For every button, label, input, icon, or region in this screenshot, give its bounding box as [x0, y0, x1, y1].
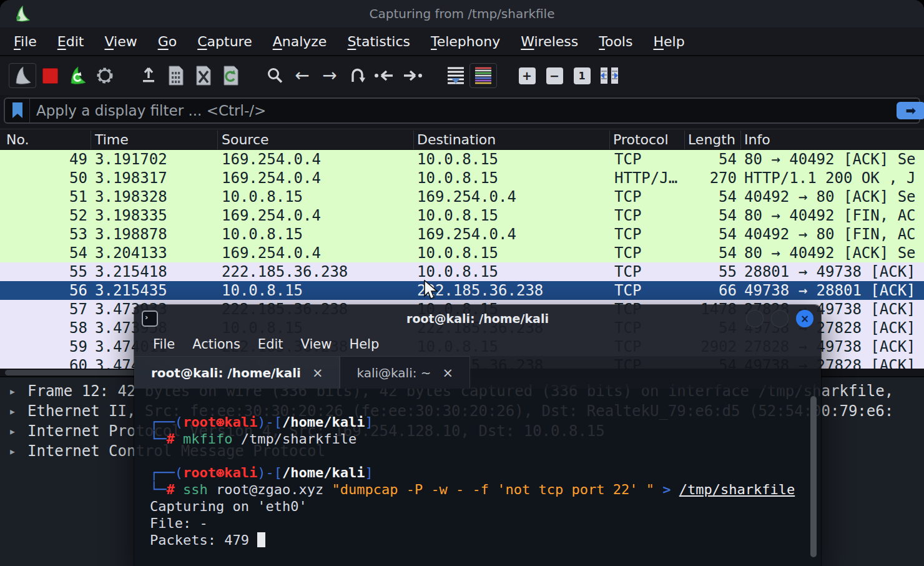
- column-header-time[interactable]: Time: [95, 132, 129, 147]
- bookmark-icon[interactable]: [5, 99, 30, 122]
- cell-no: 51: [0, 187, 87, 206]
- restart-capture-icon[interactable]: [64, 63, 91, 88]
- menu-tools[interactable]: Tools: [599, 34, 632, 49]
- go-back-icon[interactable]: ←: [288, 63, 316, 88]
- tab-close-icon[interactable]: ×: [312, 365, 323, 380]
- capture-options-icon[interactable]: [91, 63, 119, 88]
- packet-row-55[interactable]: 553.215418222.185.36.23810.0.8.15TCP5528…: [0, 262, 924, 281]
- column-header-protocol[interactable]: Protocol: [613, 132, 669, 147]
- terminal-text: [175, 431, 183, 447]
- go-first-packet-icon[interactable]: [371, 63, 398, 88]
- colorize-icon[interactable]: [469, 63, 497, 88]
- auto-scroll-icon[interactable]: [442, 63, 469, 88]
- packet-row-49[interactable]: 493.191702169.254.0.410.0.8.15TCP5480 → …: [0, 150, 924, 169]
- stop-capture-icon[interactable]: [36, 63, 64, 88]
- menu-statistics[interactable]: Statistics: [347, 34, 410, 49]
- reload-file-icon[interactable]: [217, 63, 245, 88]
- terminal-menu-file[interactable]: File: [153, 337, 175, 352]
- terminal-scrollbar-thumb[interactable]: [810, 396, 817, 557]
- save-file-icon[interactable]: [162, 63, 190, 88]
- terminal-text: └─: [150, 431, 167, 447]
- packet-row-51[interactable]: 513.19832810.0.8.15169.254.0.4TCP5440492…: [0, 187, 924, 206]
- menu-telephony[interactable]: Telephony: [431, 34, 500, 49]
- packet-row-50[interactable]: 503.198317169.254.0.410.0.8.15HTTP/J…270…: [0, 169, 924, 187]
- go-forward-icon[interactable]: →: [316, 63, 343, 88]
- zoom-out-icon[interactable]: −: [541, 63, 568, 88]
- go-to-packet-icon[interactable]: [343, 63, 371, 88]
- terminal-tab-active[interactable]: root@kali: /home/kali×: [134, 356, 340, 389]
- find-packet-icon[interactable]: [261, 63, 288, 88]
- cell-protocol: TCP: [614, 187, 641, 206]
- start-capture-icon[interactable]: [9, 63, 36, 88]
- column-separator[interactable]: [413, 131, 414, 149]
- terminal-text: /home/kali: [282, 414, 365, 430]
- terminal-menu-actions[interactable]: Actions: [192, 337, 240, 352]
- cell-info: 80 → 40492 [ACK] Se: [744, 150, 916, 169]
- expand-arrow-icon[interactable]: ▸: [9, 441, 16, 461]
- cell-no: 56: [0, 281, 87, 300]
- wireshark-menubar: FileEditViewGoCaptureAnalyzeStatisticsTe…: [0, 27, 924, 56]
- maximize-button[interactable]: [771, 310, 789, 327]
- tab-close-icon[interactable]: ×: [443, 365, 454, 380]
- cell-time: 3.204133: [95, 244, 167, 262]
- menu-edit[interactable]: Edit: [57, 34, 84, 49]
- packet-row-53[interactable]: 533.19887810.0.8.15169.254.0.4TCP5440492…: [0, 225, 924, 244]
- cell-protocol: TCP: [614, 281, 641, 300]
- menu-view[interactable]: View: [104, 34, 137, 49]
- expand-arrow-icon[interactable]: ▸: [9, 401, 16, 421]
- terminal-menu-help[interactable]: Help: [349, 337, 379, 352]
- column-separator[interactable]: [684, 131, 685, 149]
- column-header-source[interactable]: Source: [222, 132, 269, 147]
- terminal-menu-view[interactable]: View: [301, 337, 332, 352]
- terminal-line: ┌──(root⊛kali)-[/home/kali]: [150, 414, 821, 430]
- cell-time: 3.198317: [95, 169, 167, 187]
- go-last-packet-icon[interactable]: [398, 63, 426, 88]
- menu-go[interactable]: Go: [158, 34, 177, 49]
- column-separator[interactable]: [740, 131, 741, 149]
- column-header-length[interactable]: Length: [688, 132, 735, 147]
- terminal-menu-edit[interactable]: Edit: [258, 337, 283, 352]
- wireshark-titlebar[interactable]: Capturing from /tmp/sharkfile: [0, 0, 924, 27]
- close-button[interactable]: ×: [796, 310, 813, 327]
- expand-arrow-icon[interactable]: ▸: [9, 381, 16, 401]
- resize-columns-icon[interactable]: [596, 63, 623, 88]
- terminal-scrollbar[interactable]: [810, 394, 817, 564]
- terminal-cursor: [257, 532, 265, 547]
- close-file-icon[interactable]: [190, 63, 217, 88]
- zoom-100-icon[interactable]: 1: [568, 63, 596, 88]
- menu-file[interactable]: File: [14, 34, 37, 49]
- terminal-line: ┌──(root⊛kali)-[/home/kali]: [150, 464, 821, 481]
- menu-analyze[interactable]: Analyze: [273, 34, 327, 49]
- packet-list-header: No.TimeSourceDestinationProtocolLengthIn…: [0, 129, 924, 150]
- column-separator[interactable]: [91, 131, 91, 149]
- column-separator[interactable]: [609, 131, 610, 149]
- open-file-icon[interactable]: [135, 63, 162, 88]
- cell-length: 54: [643, 244, 737, 262]
- minimize-button[interactable]: [746, 310, 764, 327]
- expand-arrow-icon[interactable]: ▸: [9, 421, 16, 441]
- terminal-text: [175, 482, 183, 497]
- cell-protocol: TCP: [614, 244, 641, 262]
- cell-destination: 169.254.0.4: [417, 187, 516, 206]
- zoom-in-icon[interactable]: +: [513, 63, 541, 88]
- packet-row-56[interactable]: 563.21543510.0.8.15222.185.36.238TCP6649…: [0, 281, 924, 300]
- menu-capture[interactable]: Capture: [197, 34, 252, 49]
- packet-row-54[interactable]: 543.204133169.254.0.410.0.8.15TCP5480 → …: [0, 244, 924, 262]
- terminal-tab[interactable]: kali@kali: ~×: [340, 356, 470, 389]
- menu-help[interactable]: Help: [653, 34, 684, 49]
- display-filter-bar[interactable]: Apply a display filter ... <Ctrl-/> ➡: [4, 97, 920, 124]
- packet-row-52[interactable]: 523.198335169.254.0.410.0.8.15TCP5480 → …: [0, 206, 924, 225]
- terminal-text: File: -: [150, 515, 208, 531]
- terminal-titlebar[interactable]: › root@kali: /home/kali ×: [134, 305, 821, 332]
- terminal-text: └─: [150, 482, 167, 497]
- column-separator[interactable]: [217, 131, 218, 149]
- column-header-destination[interactable]: Destination: [417, 132, 496, 147]
- terminal-content[interactable]: ┌──(root⊛kali)-[/home/kali]└─# mkfifo /t…: [134, 389, 821, 566]
- terminal-text: ]: [365, 414, 373, 430]
- terminal-window: › root@kali: /home/kali × FileActionsEdi…: [134, 305, 821, 566]
- column-header-info[interactable]: Info: [744, 132, 770, 147]
- apply-filter-button[interactable]: ➡: [897, 102, 924, 119]
- menu-wireless[interactable]: Wireless: [521, 34, 578, 49]
- filter-input[interactable]: Apply a display filter ... <Ctrl-/>: [30, 102, 266, 119]
- column-header-no[interactable]: No.: [6, 132, 29, 147]
